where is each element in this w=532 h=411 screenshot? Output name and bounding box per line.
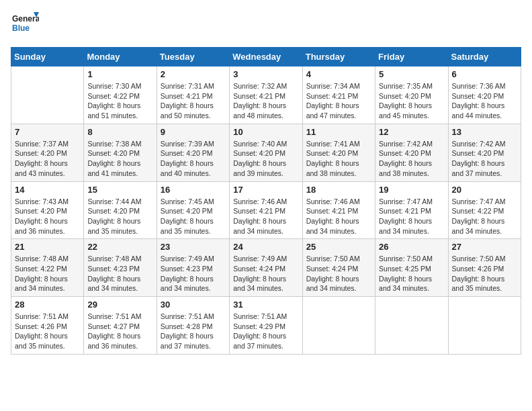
svg-text:General: General: [12, 14, 39, 24]
calendar-week-1: 1Sunrise: 7:30 AMSunset: 4:22 PMDaylight…: [11, 66, 521, 124]
logo-svg: General Blue: [11, 11, 39, 39]
calendar-cell: 21Sunrise: 7:48 AMSunset: 4:22 PMDayligh…: [11, 239, 84, 297]
calendar-cell: 1Sunrise: 7:30 AMSunset: 4:22 PMDaylight…: [84, 66, 157, 124]
cell-content: Sunrise: 7:50 AMSunset: 4:25 PMDaylight:…: [379, 254, 444, 293]
day-number: 13: [452, 127, 517, 137]
calendar-cell: 24Sunrise: 7:49 AMSunset: 4:24 PMDayligh…: [230, 239, 302, 297]
calendar-week-2: 7Sunrise: 7:37 AMSunset: 4:20 PMDaylight…: [11, 124, 521, 181]
cell-content: Sunrise: 7:51 AMSunset: 4:28 PMDaylight:…: [161, 312, 226, 351]
day-number: 16: [161, 185, 226, 195]
calendar-week-3: 14Sunrise: 7:43 AMSunset: 4:20 PMDayligh…: [11, 181, 521, 239]
day-number: 14: [15, 185, 80, 195]
day-number: 9: [161, 127, 226, 137]
header-tuesday: Tuesday: [157, 48, 229, 66]
calendar-week-4: 21Sunrise: 7:48 AMSunset: 4:22 PMDayligh…: [11, 239, 521, 297]
cell-content: Sunrise: 7:48 AMSunset: 4:23 PMDaylight:…: [87, 254, 152, 293]
header-thursday: Thursday: [302, 48, 375, 66]
calendar-cell: 29Sunrise: 7:51 AMSunset: 4:27 PMDayligh…: [84, 297, 157, 355]
day-number: 7: [15, 127, 80, 137]
cell-content: Sunrise: 7:41 AMSunset: 4:20 PMDaylight:…: [306, 139, 371, 179]
cell-content: Sunrise: 7:49 AMSunset: 4:23 PMDaylight:…: [161, 254, 226, 293]
cell-content: Sunrise: 7:40 AMSunset: 4:20 PMDaylight:…: [233, 139, 298, 179]
calendar-cell: 18Sunrise: 7:46 AMSunset: 4:21 PMDayligh…: [302, 181, 375, 239]
day-number: 10: [233, 127, 298, 137]
cell-content: Sunrise: 7:50 AMSunset: 4:24 PMDaylight:…: [306, 254, 371, 293]
day-number: 18: [306, 185, 371, 195]
calendar-cell: 30Sunrise: 7:51 AMSunset: 4:28 PMDayligh…: [157, 297, 229, 355]
cell-content: Sunrise: 7:38 AMSunset: 4:20 PMDaylight:…: [87, 139, 152, 179]
day-number: 25: [306, 242, 371, 252]
header-sunday: Sunday: [11, 48, 84, 66]
day-number: 31: [233, 300, 298, 310]
calendar-cell: 25Sunrise: 7:50 AMSunset: 4:24 PMDayligh…: [302, 239, 375, 297]
calendar-cell: 26Sunrise: 7:50 AMSunset: 4:25 PMDayligh…: [375, 239, 448, 297]
calendar-cell: 10Sunrise: 7:40 AMSunset: 4:20 PMDayligh…: [230, 124, 302, 181]
calendar-cell: 11Sunrise: 7:41 AMSunset: 4:20 PMDayligh…: [302, 124, 375, 181]
cell-content: Sunrise: 7:30 AMSunset: 4:22 PMDaylight:…: [87, 81, 152, 121]
calendar-cell: 4Sunrise: 7:34 AMSunset: 4:21 PMDaylight…: [302, 66, 375, 124]
day-number: 21: [15, 242, 80, 252]
calendar-cell: 7Sunrise: 7:37 AMSunset: 4:20 PMDaylight…: [11, 124, 84, 181]
cell-content: Sunrise: 7:34 AMSunset: 4:21 PMDaylight:…: [306, 81, 371, 121]
calendar-cell: 16Sunrise: 7:45 AMSunset: 4:20 PMDayligh…: [157, 181, 229, 239]
cell-content: Sunrise: 7:47 AMSunset: 4:22 PMDaylight:…: [452, 197, 517, 236]
header-wednesday: Wednesday: [230, 48, 302, 66]
cell-content: Sunrise: 7:50 AMSunset: 4:26 PMDaylight:…: [452, 254, 517, 293]
calendar-cell: 28Sunrise: 7:51 AMSunset: 4:26 PMDayligh…: [11, 297, 84, 355]
calendar-header-row: SundayMondayTuesdayWednesdayThursdayFrid…: [11, 48, 521, 66]
day-number: 1: [87, 69, 152, 79]
day-number: 29: [87, 300, 152, 310]
cell-content: Sunrise: 7:39 AMSunset: 4:20 PMDaylight:…: [161, 139, 226, 179]
calendar-cell: 8Sunrise: 7:38 AMSunset: 4:20 PMDaylight…: [84, 124, 157, 181]
day-number: 20: [452, 185, 517, 195]
day-number: 23: [161, 242, 226, 252]
calendar-cell: 5Sunrise: 7:35 AMSunset: 4:20 PMDaylight…: [375, 66, 448, 124]
day-number: 27: [452, 242, 517, 252]
cell-content: Sunrise: 7:49 AMSunset: 4:24 PMDaylight:…: [233, 254, 298, 293]
cell-content: Sunrise: 7:44 AMSunset: 4:20 PMDaylight:…: [87, 197, 152, 236]
calendar-cell: [11, 66, 84, 124]
calendar-cell: [375, 297, 448, 355]
calendar-week-5: 28Sunrise: 7:51 AMSunset: 4:26 PMDayligh…: [11, 297, 521, 355]
day-number: 24: [233, 242, 298, 252]
day-number: 22: [87, 242, 152, 252]
cell-content: Sunrise: 7:35 AMSunset: 4:20 PMDaylight:…: [379, 81, 444, 121]
day-number: 12: [379, 127, 444, 137]
day-number: 8: [87, 127, 152, 137]
calendar-cell: [448, 297, 521, 355]
calendar-cell: 3Sunrise: 7:32 AMSunset: 4:21 PMDaylight…: [230, 66, 302, 124]
calendar-cell: 31Sunrise: 7:51 AMSunset: 4:29 PMDayligh…: [230, 297, 302, 355]
day-number: 30: [161, 300, 226, 310]
cell-content: Sunrise: 7:51 AMSunset: 4:29 PMDaylight:…: [233, 312, 298, 351]
cell-content: Sunrise: 7:31 AMSunset: 4:21 PMDaylight:…: [161, 81, 226, 121]
calendar-cell: 19Sunrise: 7:47 AMSunset: 4:21 PMDayligh…: [375, 181, 448, 239]
cell-content: Sunrise: 7:51 AMSunset: 4:26 PMDaylight:…: [15, 312, 80, 351]
day-number: 6: [452, 69, 517, 79]
cell-content: Sunrise: 7:45 AMSunset: 4:20 PMDaylight:…: [161, 197, 226, 236]
day-number: 28: [15, 300, 80, 310]
cell-content: Sunrise: 7:36 AMSunset: 4:20 PMDaylight:…: [452, 81, 517, 121]
logo: General Blue: [11, 11, 39, 39]
calendar-cell: 15Sunrise: 7:44 AMSunset: 4:20 PMDayligh…: [84, 181, 157, 239]
calendar-cell: 17Sunrise: 7:46 AMSunset: 4:21 PMDayligh…: [230, 181, 302, 239]
day-number: 26: [379, 242, 444, 252]
header-saturday: Saturday: [448, 48, 521, 66]
day-number: 2: [161, 69, 226, 79]
day-number: 5: [379, 69, 444, 79]
calendar-cell: 22Sunrise: 7:48 AMSunset: 4:23 PMDayligh…: [84, 239, 157, 297]
calendar-cell: 20Sunrise: 7:47 AMSunset: 4:22 PMDayligh…: [448, 181, 521, 239]
cell-content: Sunrise: 7:48 AMSunset: 4:22 PMDaylight:…: [15, 254, 80, 293]
page-header: General Blue: [11, 11, 521, 39]
header-monday: Monday: [84, 48, 157, 66]
cell-content: Sunrise: 7:46 AMSunset: 4:21 PMDaylight:…: [306, 197, 371, 236]
calendar-cell: 13Sunrise: 7:42 AMSunset: 4:20 PMDayligh…: [448, 124, 521, 181]
cell-content: Sunrise: 7:42 AMSunset: 4:20 PMDaylight:…: [452, 139, 517, 179]
header-friday: Friday: [375, 48, 448, 66]
calendar-table: SundayMondayTuesdayWednesdayThursdayFrid…: [11, 47, 521, 355]
day-number: 3: [233, 69, 298, 79]
cell-content: Sunrise: 7:43 AMSunset: 4:20 PMDaylight:…: [15, 197, 80, 236]
calendar-cell: 6Sunrise: 7:36 AMSunset: 4:20 PMDaylight…: [448, 66, 521, 124]
calendar-cell: 23Sunrise: 7:49 AMSunset: 4:23 PMDayligh…: [157, 239, 229, 297]
cell-content: Sunrise: 7:47 AMSunset: 4:21 PMDaylight:…: [379, 197, 444, 236]
day-number: 17: [233, 185, 298, 195]
